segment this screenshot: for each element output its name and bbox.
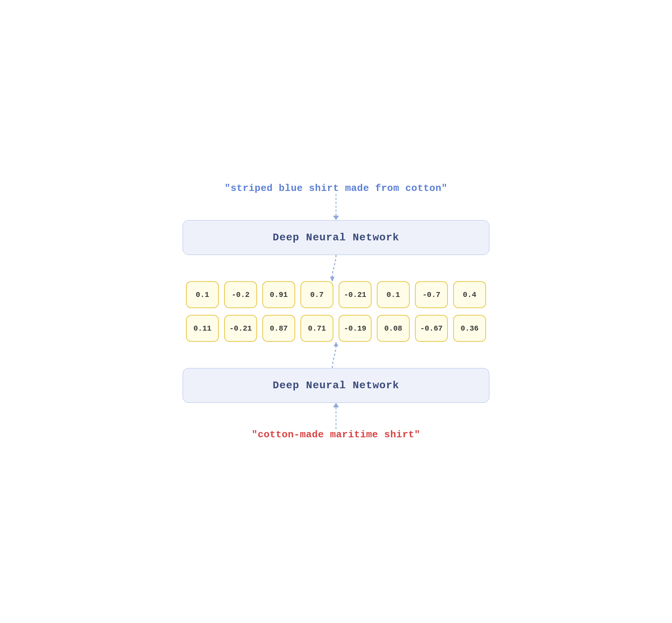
arrow-vectors-to-dnn-bottom (299, 342, 373, 368)
vec1-cell4: 0.7 (300, 281, 333, 308)
vec2-cell8: 0.36 (453, 315, 486, 342)
vec2-cell4: 0.71 (300, 315, 333, 342)
dnn-top-box: Deep Neural Network (183, 220, 489, 255)
svg-marker-1 (334, 342, 338, 346)
vec1-cell8: 0.4 (453, 281, 486, 308)
vec1-cell6: 0.1 (377, 281, 410, 308)
vectors-container: 0.1 -0.2 0.91 0.7 -0.21 0.1 -0.7 0.4 0.1… (186, 281, 486, 342)
vec1-cell7: -0.7 (415, 281, 448, 308)
vec2-cell7: -0.67 (415, 315, 448, 342)
vec2-cell3: 0.87 (262, 315, 295, 342)
vec2-cell6: 0.08 (377, 315, 410, 342)
vec1-cell3: 0.91 (262, 281, 295, 308)
vec2-cell5: -0.19 (339, 315, 372, 342)
arrow-dnn-bottom-to-output (333, 403, 339, 429)
arrow-input-to-dnn-top (333, 194, 339, 220)
dnn-top-label: Deep Neural Network (273, 232, 399, 243)
vec1-cell5: -0.21 (339, 281, 372, 308)
diagram: "striped blue shirt made from cotton" De… (168, 183, 504, 440)
vec1-cell1: 0.1 (186, 281, 219, 308)
dnn-bottom-box: Deep Neural Network (183, 368, 489, 403)
vec2-cell1: 0.11 (186, 315, 219, 342)
dnn-bottom-label: Deep Neural Network (273, 380, 399, 391)
output-text: "cotton-made maritime shirt" (252, 429, 421, 440)
vector-row-1: 0.1 -0.2 0.91 0.7 -0.21 0.1 -0.7 0.4 (186, 281, 486, 308)
arrow-dnn-top-to-vectors (299, 255, 373, 281)
vec2-cell2: -0.21 (224, 315, 257, 342)
svg-marker-0 (330, 277, 335, 281)
input-text: "striped blue shirt made from cotton" (224, 183, 448, 194)
vec1-cell2: -0.2 (224, 281, 257, 308)
vector-row-2: 0.11 -0.21 0.87 0.71 -0.19 0.08 -0.67 0.… (186, 315, 486, 342)
